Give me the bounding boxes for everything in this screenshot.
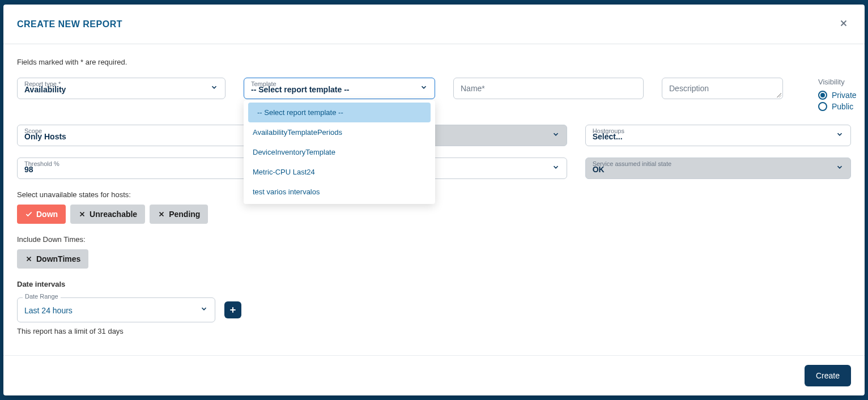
radio-unchecked-icon <box>818 102 827 111</box>
template-field: Template -- Select report template -- --… <box>244 78 435 99</box>
chevron-down-icon <box>420 83 428 93</box>
scope-select[interactable]: Scope Only Hosts <box>17 125 283 146</box>
plus-icon <box>228 305 237 314</box>
add-interval-button[interactable] <box>224 301 241 318</box>
template-option-metric-cpu[interactable]: Metric-CPU Last24 <box>244 162 435 182</box>
name-field: Name* <box>453 78 644 99</box>
scope-label: Scope <box>24 127 42 134</box>
report-type-select[interactable]: Report type * Availability <box>17 78 225 99</box>
close-icon <box>839 18 849 28</box>
threshold-field: Threshold % 98 <box>17 158 283 179</box>
report-type-field: Report type * Availability <box>17 78 225 99</box>
template-dropdown: -- Select report template -- Availabilit… <box>244 100 435 204</box>
chip-pending-label: Pending <box>169 210 200 219</box>
visibility-public-radio[interactable]: Public <box>818 102 857 111</box>
template-option-availability[interactable]: AvailabilityTemplatePeriods <box>244 122 435 142</box>
template-option-test-varios[interactable]: test varios intervalos <box>244 182 435 202</box>
threshold-label: Threshold % <box>24 160 59 167</box>
radio-checked-icon <box>818 91 827 100</box>
visibility-public-label: Public <box>832 102 853 111</box>
chip-downtimes-label: DownTimes <box>36 254 80 263</box>
service-initial-state-select[interactable]: Service assumed initial state OK <box>585 158 851 179</box>
date-range-label: Date Range <box>23 293 61 300</box>
modal-body: Fields marked with * are required. Repor… <box>3 44 865 355</box>
threshold-input[interactable]: Threshold % 98 <box>17 158 283 179</box>
unavailable-states-chips: Down Unreachable Pending <box>17 205 851 224</box>
close-button[interactable] <box>836 16 851 32</box>
name-input[interactable]: Name* <box>453 78 644 99</box>
close-icon <box>78 210 86 218</box>
name-placeholder: Name* <box>461 84 485 93</box>
chevron-down-icon <box>552 163 560 173</box>
visibility-private-label: Private <box>832 91 857 100</box>
date-intervals-title: Date intervals <box>17 280 851 288</box>
chevron-down-icon <box>200 305 208 315</box>
report-type-label: Report type * <box>24 80 61 87</box>
chevron-down-icon <box>836 163 844 173</box>
visibility-group: Visibility Private Public <box>801 78 857 113</box>
date-range-value: Last 24 hours <box>24 306 73 317</box>
visibility-title: Visibility <box>818 78 857 86</box>
hostgroups-label: Hostgroups <box>593 127 624 134</box>
required-note: Fields marked with * are required. <box>17 58 851 66</box>
chip-down[interactable]: Down <box>17 205 66 224</box>
check-icon <box>25 210 33 218</box>
visibility-private-radio[interactable]: Private <box>818 91 857 100</box>
chip-unreachable[interactable]: Unreachable <box>70 205 145 224</box>
template-option-device-inventory[interactable]: DeviceInventoryTemplate <box>244 142 435 162</box>
date-range-field: Date Range Last 24 hours <box>17 297 215 322</box>
date-range-select[interactable]: Last 24 hours <box>17 297 215 322</box>
scope-field: Scope Only Hosts <box>17 125 283 146</box>
modal-header: CREATE NEW REPORT <box>3 5 865 44</box>
template-option-placeholder[interactable]: -- Select report template -- <box>248 103 431 122</box>
create-button[interactable]: Create <box>805 365 851 386</box>
template-select[interactable]: Template -- Select report template -- <box>244 78 435 99</box>
create-report-modal: CREATE NEW REPORT Fields marked with * a… <box>3 5 865 395</box>
hostgroups-select[interactable]: Hostgroups Select... <box>585 125 851 146</box>
service-initial-state-label: Service assumed initial state <box>593 160 671 167</box>
chip-downtimes[interactable]: DownTimes <box>17 249 88 269</box>
description-placeholder: Description <box>669 84 709 93</box>
down-times-title: Include Down Times: <box>17 235 851 244</box>
chip-pending[interactable]: Pending <box>150 205 208 224</box>
modal-footer: Create <box>3 355 865 395</box>
date-range-row: Date Range Last 24 hours <box>17 297 851 322</box>
down-times-chips: DownTimes <box>17 249 851 269</box>
row-1: Report type * Availability Template -- S… <box>17 78 851 113</box>
description-input[interactable]: Description <box>662 78 783 99</box>
close-icon <box>25 255 33 263</box>
description-field: Description <box>662 78 783 99</box>
chip-down-label: Down <box>36 210 58 219</box>
hostgroups-field: Hostgroups Select... <box>585 125 851 146</box>
chip-unreachable-label: Unreachable <box>90 210 137 219</box>
limit-note: This report has a limit of 31 days <box>17 327 851 335</box>
close-icon <box>158 210 165 218</box>
modal-title: CREATE NEW REPORT <box>17 19 122 29</box>
chevron-down-icon <box>836 130 844 141</box>
service-initial-state-field: Service assumed initial state OK <box>585 158 851 179</box>
template-label: Template <box>251 80 276 87</box>
chevron-down-icon <box>552 130 560 141</box>
chevron-down-icon <box>210 83 218 93</box>
